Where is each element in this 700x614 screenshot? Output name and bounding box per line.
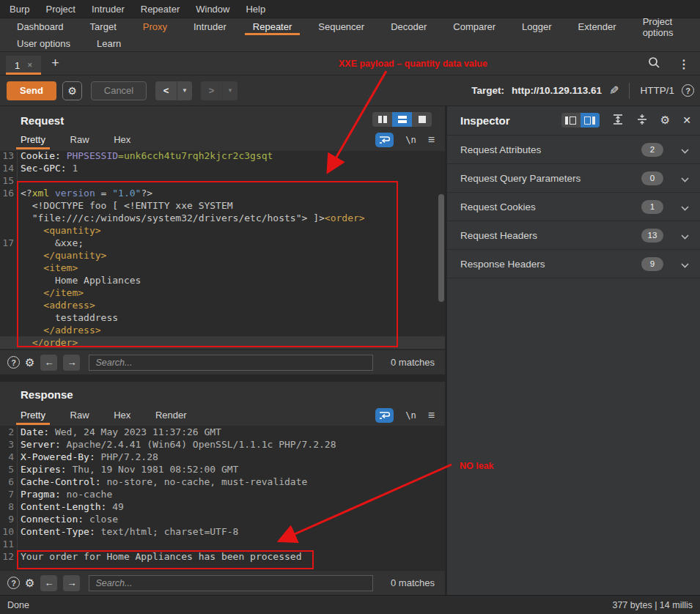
- main-tab-project-options[interactable]: Project options: [633, 18, 696, 35]
- request-scrollbar[interactable]: [438, 194, 444, 302]
- main-tab-comparer[interactable]: Comparer: [443, 18, 505, 35]
- inspector-settings-gear-icon[interactable]: ⚙: [660, 114, 670, 127]
- main-tab-extender[interactable]: Extender: [569, 18, 626, 35]
- response-search-input[interactable]: [89, 575, 373, 591]
- chevron-down-icon[interactable]: [680, 174, 690, 185]
- request-search-input[interactable]: [89, 355, 373, 371]
- main-tab-decoder[interactable]: Decoder: [381, 18, 436, 35]
- layout-mode-buttons: [372, 112, 432, 127]
- tab-hex[interactable]: Hex: [114, 410, 130, 424]
- main-tab-row-1: DashboardTargetProxyIntruderRepeaterSequ…: [0, 18, 700, 35]
- columns-layout-icon[interactable]: [372, 112, 392, 127]
- close-tab-icon[interactable]: ×: [27, 60, 32, 70]
- toolbar-separator: [629, 83, 630, 99]
- show-newlines-icon[interactable]: \n: [405, 410, 416, 421]
- menu-item-repeater[interactable]: Repeater: [133, 0, 188, 18]
- code-line: 7Pragma: no-cache: [0, 488, 445, 500]
- menu-item-project[interactable]: Project: [37, 0, 83, 18]
- edit-target-pencil-icon[interactable]: ✎: [609, 84, 619, 97]
- editor-menu-icon[interactable]: ≡: [428, 133, 435, 147]
- chevron-down-icon[interactable]: [680, 203, 690, 214]
- main-tab-repeater[interactable]: Repeater: [243, 18, 301, 35]
- menu-item-window[interactable]: Window: [188, 0, 237, 18]
- soft-wrap-icon[interactable]: [375, 133, 394, 147]
- send-button[interactable]: Send: [7, 81, 56, 100]
- inspector-sections: Request Attributes2Request Query Paramet…: [447, 136, 700, 278]
- target-label: Target:: [471, 85, 504, 96]
- tab-pretty[interactable]: Pretty: [21, 410, 45, 424]
- search-next-icon[interactable]: →: [63, 355, 80, 371]
- line-number: 13: [0, 152, 18, 162]
- expand-all-icon[interactable]: [612, 114, 624, 127]
- single-layout-icon[interactable]: [412, 112, 432, 127]
- http-version[interactable]: HTTP/1: [640, 85, 674, 96]
- main-tab-learn[interactable]: Learn: [87, 35, 130, 52]
- response-editor[interactable]: 2Date: Wed, 24 May 2023 11:37:26 GMT3Ser…: [0, 426, 445, 570]
- tab-render[interactable]: Render: [155, 410, 187, 424]
- main-tab-user-options[interactable]: User options: [7, 35, 80, 52]
- search-help-icon[interactable]: ?: [7, 356, 20, 369]
- forward-dropdown-icon[interactable]: ▼: [223, 81, 237, 100]
- inspector-section-request-query-parameters[interactable]: Request Query Parameters0: [447, 164, 700, 193]
- search-icon[interactable]: [648, 56, 660, 71]
- code-line: 10Content-Type: text/html; charset=UTF-8: [0, 525, 445, 538]
- dock-left-icon[interactable]: [561, 113, 581, 127]
- more-options-icon[interactable]: ⋮: [678, 57, 690, 71]
- chevron-down-icon[interactable]: [680, 232, 690, 243]
- send-settings-gear-icon[interactable]: ⚙: [62, 81, 82, 100]
- tab-pretty[interactable]: Pretty: [21, 134, 45, 149]
- main-tab-logger[interactable]: Logger: [512, 18, 561, 35]
- code-line: 5Expires: Thu, 19 Nov 1981 08:52:00 GMT: [0, 463, 445, 476]
- panel-divider[interactable]: [0, 374, 445, 382]
- response-search-matches: 0 matches: [391, 577, 435, 588]
- main-tab-intruder[interactable]: Intruder: [184, 18, 236, 35]
- search-settings-gear-icon[interactable]: ⚙: [25, 356, 34, 369]
- tab-raw[interactable]: Raw: [70, 134, 89, 149]
- add-tab-button[interactable]: +: [51, 56, 59, 71]
- main-tab-proxy[interactable]: Proxy: [133, 18, 177, 35]
- inspector-panel: Inspector ⚙ ✕ Request Attribute: [447, 106, 700, 595]
- rows-layout-icon[interactable]: [392, 112, 412, 127]
- code-line: <item>: [0, 262, 445, 274]
- repeater-tab-1[interactable]: 1 ×: [6, 56, 41, 75]
- section-count-badge: 13: [641, 229, 663, 243]
- main-tab-dashboard[interactable]: Dashboard: [7, 18, 73, 35]
- dock-right-icon[interactable]: [581, 113, 600, 127]
- cancel-button[interactable]: Cancel: [91, 81, 147, 100]
- inspector-section-request-headers[interactable]: Request Headers13: [447, 221, 700, 250]
- search-help-icon[interactable]: ?: [7, 577, 20, 589]
- history-forward-button[interactable]: > ▼: [201, 81, 237, 100]
- menu-item-burp[interactable]: Burp: [1, 0, 37, 18]
- section-label: Request Query Parameters: [460, 173, 581, 184]
- inspector-section-response-headers[interactable]: Response Headers9: [447, 250, 700, 278]
- menu-item-help[interactable]: Help: [237, 0, 273, 18]
- line-number: [0, 262, 18, 274]
- search-prev-icon[interactable]: ←: [40, 575, 57, 591]
- search-settings-gear-icon[interactable]: ⚙: [25, 577, 34, 590]
- editor-menu-icon[interactable]: ≡: [428, 409, 435, 422]
- back-dropdown-icon[interactable]: ▼: [177, 81, 192, 100]
- search-next-icon[interactable]: →: [63, 575, 80, 591]
- soft-wrap-icon[interactable]: [375, 408, 394, 423]
- collapse-all-icon[interactable]: [636, 114, 648, 127]
- chevron-down-icon[interactable]: [680, 146, 690, 157]
- search-prev-icon[interactable]: ←: [40, 355, 57, 371]
- tab-hex[interactable]: Hex: [114, 134, 130, 149]
- chevron-down-icon[interactable]: [680, 260, 690, 271]
- inspector-section-request-cookies[interactable]: Request Cookies1: [447, 193, 700, 221]
- section-count-badge: 2: [641, 143, 663, 157]
- line-number: 14: [0, 162, 18, 174]
- menu-item-intruder[interactable]: Intruder: [84, 0, 133, 18]
- inspector-section-request-attributes[interactable]: Request Attributes2: [447, 136, 700, 164]
- history-back-button[interactable]: < ▼: [155, 81, 192, 100]
- code-line: Home Appliances: [0, 274, 445, 286]
- help-icon[interactable]: ?: [682, 84, 694, 97]
- tab-raw[interactable]: Raw: [70, 410, 89, 424]
- request-editor[interactable]: 13Cookie: PHPSESSID=unk6cch4tu7rqh2kjcr2…: [0, 152, 445, 349]
- main-tab-target[interactable]: Target: [81, 18, 126, 35]
- section-label: Response Headers: [460, 259, 545, 270]
- main-tab-sequencer[interactable]: Sequencer: [309, 18, 374, 35]
- inspector-close-icon[interactable]: ✕: [682, 114, 691, 126]
- line-number: 3: [0, 438, 18, 451]
- show-newlines-icon[interactable]: \n: [405, 135, 416, 145]
